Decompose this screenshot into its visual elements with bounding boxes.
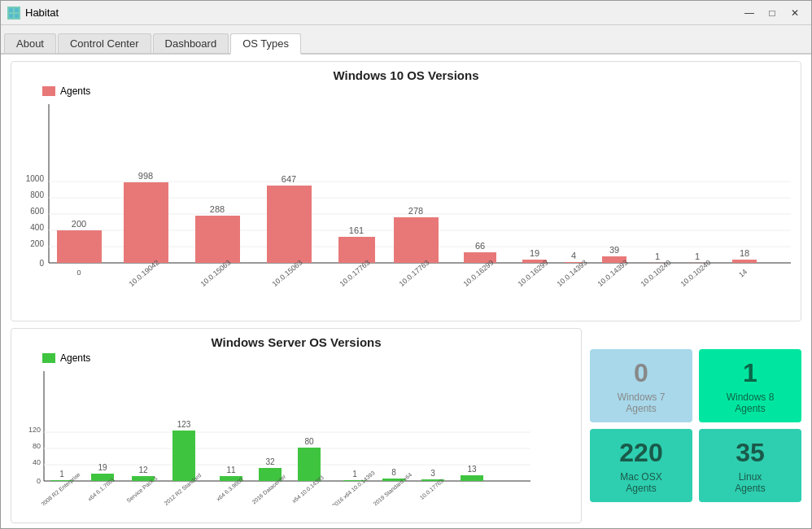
svg-text:0: 0 [76,269,81,277]
win7-stat-box: 0 Windows 7Agents [590,349,692,422]
macosx-label: Mac OSXAgents [620,471,661,494]
svg-text:400: 400 [30,223,44,232]
svg-text:19: 19 [530,248,539,258]
win8-stat-box: 1 Windows 8Agents [699,349,801,422]
macosx-number: 220 [619,438,662,468]
svg-rect-53 [732,260,757,263]
svg-text:800: 800 [30,190,44,199]
svg-text:1: 1 [59,470,64,479]
server-legend: Agents [42,352,574,364]
svg-rect-83 [298,448,321,481]
svg-text:19: 19 [98,463,107,472]
server-legend-label: Agents [60,352,90,364]
svg-text:3: 3 [430,469,435,478]
svg-text:647: 647 [282,174,296,184]
win8-label: Windows 8Agents [727,391,775,414]
svg-rect-3 [15,14,19,18]
svg-text:278: 278 [408,206,423,216]
title-bar-controls: — □ ✕ [740,5,805,21]
win10-legend: Agents [42,85,794,97]
svg-text:998: 998 [138,171,153,181]
svg-text:123: 123 [177,420,191,429]
svg-rect-0 [9,8,13,12]
svg-text:120: 120 [28,426,41,434]
svg-rect-29 [338,237,375,263]
tab-os-types[interactable]: OS Types [230,33,301,55]
title-bar: Habitat — □ ✕ [1,1,811,25]
svg-text:288: 288 [210,204,225,214]
tab-bar: About Control Center Dashboard OS Types [1,25,811,55]
svg-text:32: 32 [265,457,275,466]
side-boxes: 0 Windows 7Agents 1 Windows 8Agents 220 … [590,328,801,523]
svg-rect-20 [124,182,168,263]
svg-text:200: 200 [30,239,44,248]
svg-text:66: 66 [475,241,485,251]
svg-rect-32 [394,217,439,263]
title-bar-left: Habitat [7,7,59,20]
win10-legend-label: Agents [60,85,90,97]
svg-text:200: 200 [72,219,86,229]
svg-rect-26 [267,186,312,263]
app-title: Habitat [25,7,59,19]
main-content: Windows 10 OS Versions Agents 0 200 400 … [1,55,811,529]
svg-text:18: 18 [740,248,749,258]
svg-text:0: 0 [37,477,41,485]
server-chart-svg: 0 40 80 120 1 2008 R2 Enterprise 19 x64 … [18,367,539,505]
win8-number: 1 [743,358,757,388]
win7-number: 0 [634,358,648,388]
tab-about[interactable]: About [4,33,56,53]
bottom-section: Windows Server OS Versions Agents 0 40 8… [11,328,801,523]
macosx-stat-box: 220 Mac OSXAgents [590,429,692,502]
svg-text:0: 0 [39,259,44,268]
tab-control-center[interactable]: Control Center [58,33,151,53]
svg-rect-95 [461,475,483,481]
svg-text:39: 39 [609,245,619,255]
svg-rect-23 [195,216,240,263]
server-chart-title: Windows Server OS Versions [18,335,574,349]
svg-text:40: 40 [33,458,41,466]
linux-stat-box: 35 LinuxAgents [699,429,801,502]
win10-chart-svg: 0 200 400 600 800 1000 200 0 998 10.0.19… [18,100,799,295]
svg-rect-1 [15,8,19,12]
svg-rect-74 [172,431,195,481]
minimize-button[interactable]: — [740,5,759,21]
svg-text:1: 1 [655,251,660,261]
svg-text:80: 80 [304,437,314,446]
svg-text:12: 12 [138,466,148,474]
win7-label: Windows 7Agents [618,391,666,414]
win10-chart-container: Windows 10 OS Versions Agents 0 200 400 … [11,61,801,321]
svg-text:4: 4 [571,251,576,260]
win10-legend-color [42,86,55,96]
svg-rect-17 [57,230,102,263]
svg-text:1: 1 [352,470,357,479]
svg-rect-2 [9,14,13,18]
win10-chart-title: Windows 10 OS Versions [18,68,794,82]
server-chart-container: Windows Server OS Versions Agents 0 40 8… [11,328,582,523]
svg-text:13: 13 [467,465,477,474]
app-icon [7,7,20,20]
svg-text:14: 14 [737,268,749,279]
linux-number: 35 [736,438,765,468]
linux-label: LinuxAgents [735,471,765,494]
svg-text:161: 161 [349,225,364,235]
close-button[interactable]: ✕ [785,5,805,21]
svg-text:11: 11 [226,466,236,474]
svg-text:80: 80 [33,442,41,450]
svg-text:1: 1 [695,251,700,261]
svg-text:1000: 1000 [26,174,45,183]
svg-text:8: 8 [391,468,396,477]
maximize-button[interactable]: □ [762,5,782,21]
svg-text:600: 600 [30,207,44,216]
server-legend-color [42,353,55,363]
tab-dashboard[interactable]: Dashboard [153,33,229,53]
